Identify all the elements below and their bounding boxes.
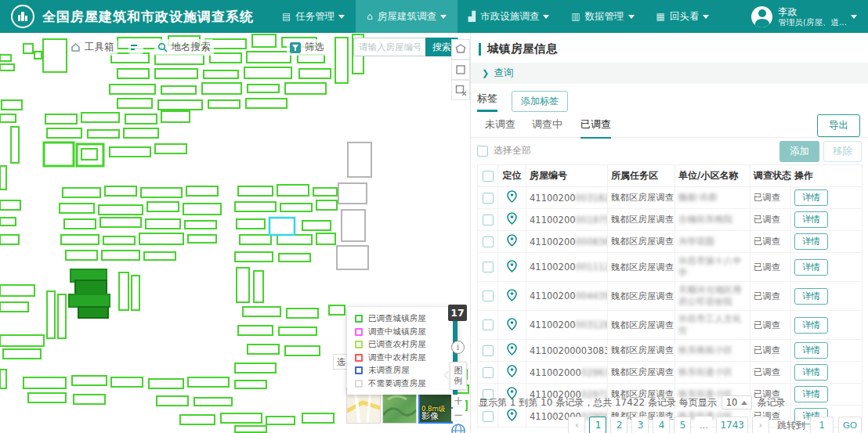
clear-select-icon[interactable] xyxy=(451,80,470,100)
page-button-1[interactable]: 1 xyxy=(589,417,606,433)
user-menu[interactable]: 李政 管理员(房屋、道... xyxy=(751,6,857,27)
page-button-1743[interactable]: 1743 xyxy=(716,417,748,433)
detail-button[interactable]: 详情 xyxy=(794,233,828,250)
row-checkbox[interactable] xyxy=(483,215,494,226)
pagination: ‹ 12345...1743 › 跳转到 GO xyxy=(564,417,862,433)
table-row: 411002000031283魏都区房屋调查许昌市工人文化宫已调查详情 xyxy=(478,311,863,340)
location-pin-icon[interactable] xyxy=(507,289,517,301)
location-pin-icon[interactable] xyxy=(507,212,517,225)
column-header: 所属任务区 xyxy=(608,165,675,187)
polygon-select-icon[interactable] xyxy=(451,39,470,60)
location-pin-icon[interactable] xyxy=(507,234,517,247)
chevron-down-icon xyxy=(703,15,709,19)
detail-button[interactable]: 详情 xyxy=(794,211,828,228)
user-avatar xyxy=(751,6,772,27)
go-button[interactable]: GO xyxy=(838,417,862,433)
globe-icon[interactable] xyxy=(450,423,466,433)
house-code: 411002000029632 xyxy=(526,362,608,384)
nav-item-房屋建筑调查[interactable]: ⌂房屋建筑调查 xyxy=(356,0,458,33)
next-page-button[interactable]: › xyxy=(752,417,769,433)
location-pin-icon[interactable] xyxy=(507,365,517,377)
location-pin-icon[interactable] xyxy=(507,190,517,203)
detail-button[interactable]: 详情 xyxy=(794,386,828,402)
legend-color-swatch xyxy=(355,328,363,336)
page-button-2[interactable]: 2 xyxy=(610,417,627,433)
jump-page-input[interactable] xyxy=(810,417,834,433)
detail-button[interactable]: 详情 xyxy=(794,317,828,334)
records-summary: 显示第 1 到第 10 条记录，总共 17422 条记录 每页显示 10 条记录 xyxy=(479,395,785,410)
selected-building-highlight xyxy=(269,218,295,235)
select-all-checkbox[interactable] xyxy=(477,146,488,157)
table-row: 411002000044393魏都区房屋调查天顺河北地区用房公司宿舍院已调查详情 xyxy=(478,282,863,311)
unit-name: 铁东街道小区 xyxy=(675,362,750,384)
query-toggle[interactable]: ❯ 查询 xyxy=(471,63,868,84)
add-button[interactable]: 添加 xyxy=(779,141,819,162)
remove-button[interactable]: 移除 xyxy=(823,141,862,162)
clipboard-icon: ▤ xyxy=(282,11,291,22)
table-row: 411002000019755魏都区房屋调查古槐街东南院已调查详情 xyxy=(478,209,863,231)
header-checkbox[interactable] xyxy=(483,171,494,182)
tab-未调查[interactable]: 未调查 xyxy=(485,117,515,137)
page-button-4[interactable]: 4 xyxy=(653,417,670,433)
house-code: 411002000031283 xyxy=(526,311,608,340)
page-size-select[interactable]: 10 xyxy=(722,395,753,410)
nav-item-数据管理[interactable]: ▥数据管理 xyxy=(560,0,645,33)
export-button[interactable]: 导出 xyxy=(817,114,860,137)
location-pin-icon[interactable] xyxy=(507,409,517,421)
row-checkbox[interactable] xyxy=(483,262,494,272)
row-checkbox[interactable] xyxy=(483,411,494,422)
unit-name: 许昌市第十八中学 xyxy=(675,253,750,282)
filter-button[interactable]: 筛选 xyxy=(287,39,327,56)
row-checkbox[interactable] xyxy=(483,367,494,378)
add-tag-button[interactable]: 添加标签 xyxy=(512,91,568,112)
house-search-group: 搜索 xyxy=(353,38,458,56)
house-icon: ⌂ xyxy=(367,11,373,22)
tab-tags[interactable]: 标签 xyxy=(477,92,497,112)
legend-item: 调查中城镇房屋 xyxy=(355,326,458,339)
detail-button[interactable]: 详情 xyxy=(794,364,828,381)
detail-button[interactable]: 详情 xyxy=(794,288,828,305)
legend-item: 已调查城镇房屋 xyxy=(355,312,458,326)
unit-name: 古槐街东南院 xyxy=(675,209,750,231)
detail-button[interactable]: 详情 xyxy=(794,342,828,359)
house-code: 411002000031823 xyxy=(526,187,608,209)
row-checkbox[interactable] xyxy=(483,193,494,204)
detail-button[interactable]: 详情 xyxy=(794,189,828,206)
house-number-input[interactable] xyxy=(353,38,425,56)
toolbox-button[interactable]: 工具箱 xyxy=(67,39,118,56)
place-search-button[interactable]: 地名搜索 xyxy=(154,39,214,56)
nav-item-回头看[interactable]: ▦回头看 xyxy=(646,0,721,33)
records-table: 定位房屋编号所属任务区单位/小区名称调查状态操作 411002000031823… xyxy=(477,164,863,428)
legend-toggle-button[interactable]: 图例 xyxy=(450,362,467,390)
legend-item: 不需要调查房屋 xyxy=(355,377,458,391)
page-button-5[interactable]: 5 xyxy=(674,417,691,433)
row-checkbox[interactable] xyxy=(483,345,494,356)
column-header: 单位/小区名称 xyxy=(675,165,750,187)
map-canvas[interactable]: 工具箱 地名搜索 筛选 搜索 选 已调查城镇房屋调查中城镇房屋已调查农村房屋调查… xyxy=(0,33,470,433)
tab-调查中[interactable]: 调查中 xyxy=(532,117,562,137)
task-area: 魏都区房屋调查 xyxy=(608,311,675,340)
page-button-3[interactable]: 3 xyxy=(631,417,649,433)
location-pin-icon[interactable] xyxy=(507,343,517,355)
database-icon: ▥ xyxy=(571,11,580,22)
survey-status: 已调查 xyxy=(750,231,791,253)
location-pin-icon[interactable] xyxy=(507,260,517,272)
row-checkbox[interactable] xyxy=(483,236,494,247)
task-area: 魏都区房屋调查 xyxy=(608,362,675,384)
task-area: 魏都区房屋调查 xyxy=(608,340,675,362)
location-pin-icon[interactable] xyxy=(507,318,517,330)
rect-select-icon[interactable] xyxy=(451,60,470,80)
zoom-out-button[interactable]: − xyxy=(451,409,465,421)
prev-page-button[interactable]: ‹ xyxy=(568,417,585,433)
info-icon[interactable]: i xyxy=(451,341,465,354)
nav-item-任务管理[interactable]: ▤任务管理 xyxy=(271,0,356,33)
row-checkbox[interactable] xyxy=(483,319,494,330)
survey-status: 已调查 xyxy=(750,187,791,209)
jump-label: 跳转到 xyxy=(777,419,805,432)
layers-handle-icon[interactable] xyxy=(128,41,143,54)
row-checkbox[interactable] xyxy=(483,290,494,301)
nav-item-市政设施调查[interactable]: ▟市政设施调查 xyxy=(458,0,560,33)
zoom-in-button[interactable]: + xyxy=(451,395,465,407)
detail-button[interactable]: 详情 xyxy=(794,259,828,276)
tab-已调查[interactable]: 已调查 xyxy=(580,117,611,139)
